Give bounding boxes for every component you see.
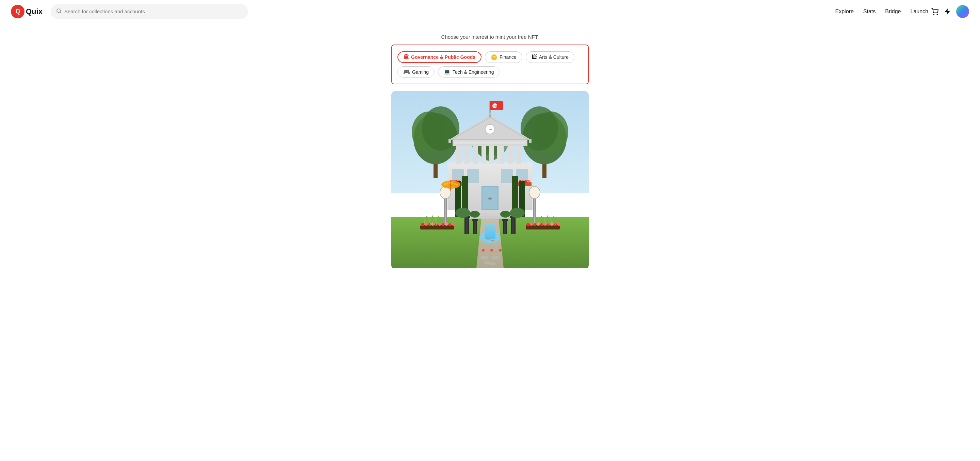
- chip-governance-label: Governance & Public Goods: [411, 54, 476, 60]
- svg-point-132: [456, 184, 458, 185]
- svg-rect-83: [511, 217, 515, 234]
- chip-finance-label: Finance: [500, 54, 517, 60]
- svg-rect-49: [465, 144, 469, 164]
- svg-rect-53: [517, 144, 521, 164]
- svg-rect-14: [434, 164, 438, 178]
- logo-text: Quix: [26, 7, 43, 16]
- chip-tech-label: Tech & Engineering: [453, 69, 494, 75]
- gaming-icon: 🎮: [403, 69, 410, 75]
- svg-rect-102: [526, 225, 560, 230]
- chip-governance[interactable]: 🏛 Governance & Public Goods: [398, 51, 482, 63]
- svg-point-77: [529, 186, 540, 198]
- svg-rect-48: [456, 144, 461, 164]
- svg-point-140: [496, 250, 498, 252]
- governance-icon: 🏛: [404, 54, 409, 60]
- svg-point-46: [524, 180, 527, 183]
- chip-tech[interactable]: 💻 Tech & Engineering: [438, 66, 500, 78]
- chip-finance[interactable]: 🪙 Finance: [485, 51, 522, 63]
- svg-point-141: [499, 249, 501, 252]
- svg-line-1: [60, 12, 61, 13]
- svg-point-139: [490, 249, 493, 252]
- nav-icons: [931, 5, 969, 18]
- svg-point-47: [527, 180, 530, 182]
- svg-point-135: [469, 211, 480, 218]
- svg-rect-58: [453, 141, 527, 144]
- svg-point-127: [444, 183, 446, 185]
- svg-point-101: [452, 222, 455, 226]
- svg-point-100: [449, 223, 451, 226]
- svg-rect-55: [489, 144, 494, 164]
- svg-rect-30: [467, 169, 479, 183]
- svg-point-146: [492, 256, 500, 260]
- svg-point-37: [490, 198, 492, 200]
- nav-launch[interactable]: Launch: [911, 8, 929, 14]
- svg-point-137: [482, 249, 485, 252]
- svg-point-136: [500, 211, 511, 218]
- search-icon: [56, 8, 62, 15]
- interest-label: Choose your interest to mint your free N…: [391, 34, 589, 40]
- svg-point-133: [455, 208, 470, 218]
- svg-rect-18: [542, 164, 546, 178]
- interest-row-1: 🏛 Governance & Public Goods 🪙 Finance 🖼 …: [398, 51, 582, 63]
- svg-rect-86: [502, 219, 508, 221]
- svg-point-128: [447, 182, 449, 184]
- chip-gaming-label: Gaming: [412, 69, 429, 75]
- svg-point-98: [442, 223, 444, 226]
- logo-icon: Q: [11, 5, 24, 18]
- svg-rect-56: [497, 144, 502, 164]
- interest-box: 🏛 Governance & Public Goods 🪙 Finance 🖼 …: [391, 44, 589, 84]
- svg-rect-50: [473, 144, 478, 164]
- arts-icon: 🖼: [531, 54, 537, 60]
- svg-rect-79: [465, 217, 469, 234]
- svg-point-131: [453, 183, 456, 185]
- navbar: Q Quix Explore Stats Bridge Launch: [0, 0, 980, 23]
- svg-point-104: [530, 222, 533, 226]
- svg-rect-82: [472, 219, 478, 221]
- nft-illustration: OP: [391, 91, 589, 268]
- svg-point-2: [933, 14, 934, 14]
- svg-point-144: [484, 241, 486, 242]
- svg-point-129: [449, 182, 451, 184]
- logo[interactable]: Q Quix: [11, 5, 43, 18]
- lightning-button[interactable]: [944, 8, 951, 15]
- interest-row-2: 🎮 Gaming 💻 Tech & Engineering: [398, 66, 582, 78]
- interest-section: Choose your interest to mint your free N…: [391, 34, 589, 84]
- chip-arts[interactable]: 🖼 Arts & Culture: [526, 51, 574, 63]
- svg-point-145: [480, 256, 488, 260]
- svg-rect-24: [485, 224, 495, 239]
- svg-point-72: [488, 112, 492, 115]
- nav-explore[interactable]: Explore: [835, 8, 854, 14]
- svg-rect-81: [473, 220, 477, 234]
- search-input[interactable]: [64, 8, 243, 14]
- svg-point-134: [510, 208, 525, 218]
- svg-point-142: [486, 238, 490, 240]
- svg-point-148: [489, 262, 496, 266]
- svg-rect-85: [503, 220, 507, 234]
- svg-rect-66: [529, 139, 531, 143]
- nav-stats[interactable]: Stats: [863, 8, 875, 14]
- svg-point-138: [487, 250, 489, 252]
- cart-button[interactable]: [931, 8, 939, 15]
- search-bar[interactable]: [51, 4, 248, 19]
- chip-gaming[interactable]: 🎮 Gaming: [398, 66, 434, 78]
- svg-rect-91: [420, 225, 454, 230]
- svg-rect-52: [508, 144, 513, 164]
- svg-point-92: [421, 223, 424, 227]
- svg-point-3: [937, 14, 937, 14]
- nav-links: Explore Stats Bridge Launch: [835, 8, 928, 14]
- svg-marker-4: [945, 8, 950, 14]
- svg-text:OP: OP: [493, 105, 498, 108]
- svg-point-99: [445, 222, 448, 226]
- avatar[interactable]: [956, 5, 969, 18]
- main-content: Choose your interest to mint your free N…: [0, 23, 980, 280]
- finance-icon: 🪙: [491, 54, 498, 60]
- nft-image-container: OP: [391, 91, 589, 269]
- chip-arts-label: Arts & Culture: [539, 54, 569, 60]
- svg-point-130: [451, 182, 453, 184]
- nav-bridge[interactable]: Bridge: [885, 8, 901, 14]
- svg-point-112: [557, 222, 560, 226]
- svg-rect-54: [482, 144, 486, 164]
- svg-rect-31: [501, 169, 513, 183]
- svg-rect-65: [449, 139, 451, 143]
- tech-icon: 💻: [444, 69, 450, 75]
